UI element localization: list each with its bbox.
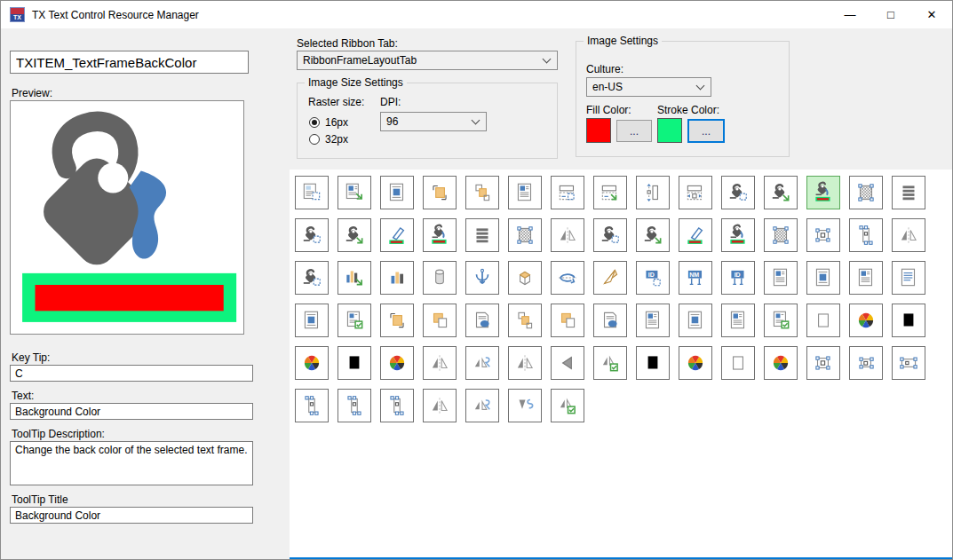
icon-cell-frame-tall[interactable]: [849, 218, 883, 252]
raster-32px-radio[interactable]: 32px: [309, 133, 348, 146]
icon-cell-bucket-green[interactable]: [764, 176, 798, 209]
icon-cell-doc-ellipse[interactable]: [465, 304, 499, 337]
icon-cell-justify[interactable]: [892, 176, 925, 209]
icon-cell-orange-stack[interactable]: [465, 176, 499, 209]
icon-cell-box-handles[interactable]: [806, 346, 840, 380]
icon-cell-doc-check[interactable]: [764, 304, 798, 337]
icon-cell-orange-rotate[interactable]: [423, 176, 457, 209]
icon-cell-orange-rotate[interactable]: [380, 304, 414, 337]
icon-cell-doc-ellipse[interactable]: [593, 304, 627, 337]
icon-cell-bar-frame-blue[interactable]: [551, 176, 584, 209]
icon-cell-doc-lines[interactable]: [849, 261, 883, 295]
icon-cell-doc-center[interactable]: [380, 176, 414, 209]
ribbon-tab-select[interactable]: RibbonFrameLayoutTab: [297, 51, 558, 70]
icon-cell-pen-bar[interactable]: [679, 218, 712, 252]
icon-cell-orange-overlap[interactable]: [551, 304, 584, 337]
icon-cell-bucket-bar[interactable]: [806, 176, 840, 209]
icon-cell-bucket-blue[interactable]: [295, 218, 329, 252]
icon-cell-bucket-blue[interactable]: [721, 176, 755, 209]
icon-cell-bucket-bar[interactable]: [721, 218, 755, 252]
icon-cell-chart-green[interactable]: [338, 261, 371, 295]
icon-cell-flip[interactable]: [423, 346, 457, 380]
icon-cell-frame-tall[interactable]: [380, 389, 414, 422]
icon-cell-color-wheel[interactable]: [849, 304, 883, 337]
icon-cell-box-handles-wide[interactable]: [892, 346, 925, 380]
minimize-button[interactable]: —: [830, 1, 870, 28]
icon-cell-black-square[interactable]: [892, 304, 925, 337]
icon-cell-flip-check[interactable]: [551, 389, 584, 422]
icon-cell-doc-lines[interactable]: [764, 261, 798, 295]
tooltip-description-field[interactable]: Change the back color of the selected te…: [10, 441, 253, 485]
icon-cell-doc-lines[interactable]: [636, 304, 670, 337]
icon-cell-flip[interactable]: [508, 346, 542, 380]
icon-cell-mesh[interactable]: [849, 176, 883, 209]
icon-cell-bucket-bar[interactable]: [423, 218, 457, 252]
orange-overlap-icon: [428, 309, 451, 332]
icon-cell-empty-square[interactable]: [806, 304, 840, 337]
icon-cell-bucket-blue[interactable]: [295, 261, 329, 295]
icon-cell-frame-tall[interactable]: [338, 389, 371, 422]
icon-cell-doc-frame-blue[interactable]: [295, 176, 329, 209]
key-tip-field[interactable]: [10, 365, 253, 382]
dpi-select[interactable]: 96: [380, 112, 487, 131]
icon-cell-flip-r[interactable]: [465, 389, 499, 422]
icon-cell-doc-lines[interactable]: [508, 176, 542, 209]
icon-cell-cylinder[interactable]: [423, 261, 457, 295]
icon-cell-doc-lines[interactable]: [721, 304, 755, 337]
icon-cell-cone[interactable]: [593, 261, 627, 295]
tooltip-title-field[interactable]: [10, 507, 253, 524]
icon-cell-box-handles-mid[interactable]: [849, 346, 883, 380]
icon-cell-doc-frame-green[interactable]: [338, 176, 371, 209]
close-button[interactable]: ✕: [911, 1, 952, 28]
icon-cell-tri-s[interactable]: [508, 389, 542, 422]
icon-cell-empty-square[interactable]: [721, 346, 755, 380]
icon-cell-flip[interactable]: [423, 389, 457, 422]
icon-cell-flip[interactable]: [551, 218, 584, 252]
icon-cell-bucket-green[interactable]: [636, 218, 670, 252]
icon-cell-frame-tall[interactable]: [295, 389, 329, 422]
icon-cell-box-handles[interactable]: [806, 218, 840, 252]
icon-cell-doc-center[interactable]: [806, 261, 840, 295]
id-stand-icon: ID: [727, 266, 750, 289]
icon-cell-bar-frame-green[interactable]: [593, 176, 627, 209]
icon-cell-color-wheel[interactable]: [295, 346, 329, 380]
icon-cell-doc-center[interactable]: [295, 304, 329, 337]
icon-cell-color-wheel[interactable]: [380, 346, 414, 380]
icon-cell-anchor[interactable]: [465, 261, 499, 295]
icon-cell-orange-overlap[interactable]: [423, 304, 457, 337]
icon-cell-bar-frame-handles[interactable]: [679, 176, 712, 209]
icon-cell-pen-bar[interactable]: [380, 218, 414, 252]
stroke-color-browse-button[interactable]: ...: [687, 119, 725, 143]
icon-cell-flip-r[interactable]: [465, 346, 499, 380]
icon-cell-black-square[interactable]: [636, 346, 670, 380]
icon-cell-doc-lines-center[interactable]: [892, 261, 925, 295]
chart-green-icon: [343, 266, 366, 289]
culture-select[interactable]: en-US: [586, 77, 711, 97]
icon-cell-id-blue[interactable]: ID: [636, 261, 670, 295]
icon-cell-chart[interactable]: [380, 261, 414, 295]
icon-cell-flip[interactable]: [892, 218, 925, 252]
icon-cell-tri-left[interactable]: [551, 346, 584, 380]
item-id-field[interactable]: [10, 51, 249, 74]
icon-cell-mesh[interactable]: [764, 218, 798, 252]
fill-color-browse-button[interactable]: ...: [616, 120, 652, 142]
icon-cell-nm-stand[interactable]: NM: [679, 261, 712, 295]
icon-cell-mesh[interactable]: [508, 218, 542, 252]
icon-cell-bucket-green[interactable]: [338, 218, 371, 252]
maximize-button[interactable]: □: [870, 1, 911, 28]
icon-cell-rotate[interactable]: [551, 261, 584, 295]
icon-cell-doc-center[interactable]: [679, 304, 712, 337]
icon-cell-bucket-blue[interactable]: [593, 218, 627, 252]
icon-cell-id-stand[interactable]: ID: [721, 261, 755, 295]
icon-cell-orange-stack[interactable]: [508, 304, 542, 337]
icon-cell-justify[interactable]: [465, 218, 499, 252]
text-field[interactable]: [10, 403, 253, 420]
raster-16px-radio[interactable]: 16px: [309, 116, 348, 129]
icon-cell-color-wheel[interactable]: [679, 346, 712, 380]
icon-cell-v-spacing[interactable]: [636, 176, 670, 209]
icon-cell-black-square[interactable]: [338, 346, 371, 380]
icon-cell-flip-check[interactable]: [593, 346, 627, 380]
icon-cell-color-wheel[interactable]: [764, 346, 798, 380]
icon-cell-cube[interactable]: [508, 261, 542, 295]
icon-cell-doc-check[interactable]: [338, 304, 371, 337]
